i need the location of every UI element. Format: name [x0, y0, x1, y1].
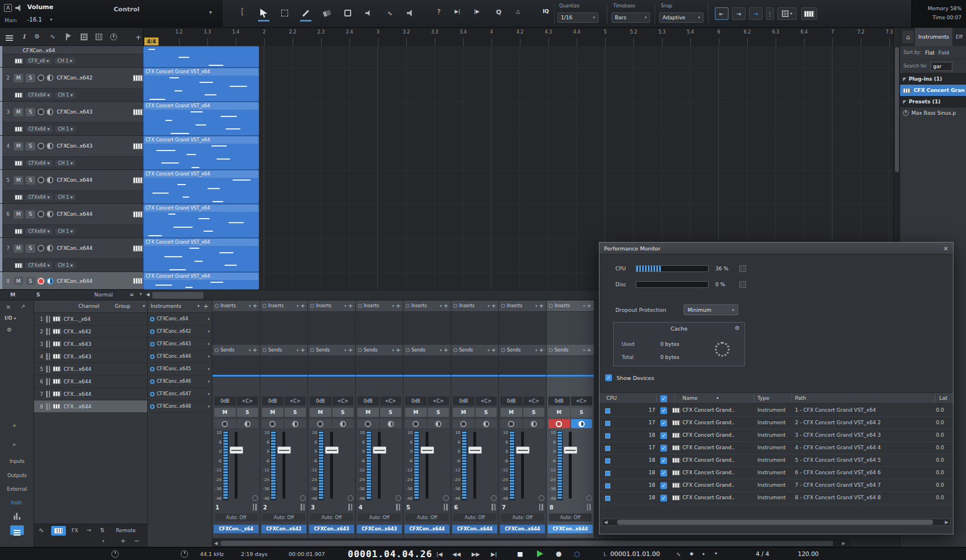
inspector-icon[interactable]: i [23, 33, 25, 40]
midi-clip[interactable]: CFX Concert Grand VST_x64 [143, 204, 259, 238]
inserts-slot[interactable] [499, 312, 546, 345]
channel-list-row[interactable]: 8CFX...x644 [34, 400, 147, 413]
ruler-tick-label[interactable]: 7.3 [883, 30, 893, 35]
add-insert-button[interactable]: + [301, 303, 305, 309]
column-header-path[interactable]: Path [795, 395, 806, 401]
return-to-start-button[interactable]: |◀ [436, 551, 443, 557]
fader-track[interactable] [282, 432, 285, 499]
monitor-button[interactable] [47, 143, 53, 149]
time-signature-tag[interactable]: 4/4 [144, 37, 159, 45]
loop-start-readout[interactable]: 00001.01.01.00 [610, 550, 660, 558]
mute-button[interactable]: M [453, 408, 474, 417]
midi-clip[interactable]: CFX Concert Grand VST_x64 [143, 102, 259, 136]
cue-icon[interactable] [443, 495, 449, 501]
instrument-rack-row[interactable]: CFXConc..x64▾ [148, 313, 212, 325]
channel-list-row[interactable]: 4CFX...x643 [34, 350, 147, 363]
chevron-down-icon[interactable]: ▾ [207, 367, 210, 371]
monitor-button[interactable] [47, 177, 53, 183]
listen-tool-button[interactable] [404, 6, 418, 20]
track-header[interactable]: 4MSCFXCon..x643CFXx64 ▾CH 1 ▾ [0, 136, 143, 170]
mixer-channel-strip[interactable]: Inserts▾+Sends▾+0dB<C>MS1060-6-12-24-36-… [547, 300, 594, 538]
ruler-tick-label[interactable]: 4 [485, 30, 498, 35]
control-link-label[interactable]: Control [114, 6, 139, 13]
go-to-end-button[interactable]: ▶| [491, 551, 497, 557]
power-icon[interactable] [263, 348, 267, 352]
quantize-select[interactable]: 1/16▾ [557, 12, 598, 23]
instruments-header-label[interactable]: Instruments [151, 303, 181, 309]
dot-icon[interactable]: ● [690, 551, 693, 556]
dropout-protection-select[interactable]: Minimum ▾ [684, 304, 738, 315]
fader-track[interactable] [378, 432, 381, 499]
chevron-down-icon[interactable]: ▾ [207, 379, 210, 384]
power-icon[interactable] [150, 342, 155, 346]
cue-icon[interactable] [252, 495, 258, 501]
device-table-row[interactable]: 18✓CFX Concert Grand..Instrument7 - CFX … [599, 479, 953, 492]
ruler-tick-label[interactable]: 1.4 [230, 30, 242, 35]
rail-item-external[interactable]: External [0, 486, 34, 492]
add-send-button[interactable]: + [348, 347, 353, 353]
monitor-button[interactable] [380, 419, 402, 428]
chevron-down-icon[interactable]: ▾ [535, 348, 538, 353]
chevron-down-icon[interactable]: ▾ [297, 348, 299, 353]
horizontal-scrollbar-thumb[interactable] [152, 292, 203, 299]
pan-value[interactable]: <C> [285, 396, 306, 406]
timeline-ruler[interactable]: 1.21.31.422.22.32.433.23.33.444.24.34.45… [143, 28, 893, 46]
home-icon[interactable]: ⌂ [902, 31, 914, 43]
inserts-header[interactable]: Inserts▾+ [213, 300, 260, 312]
instrument-assignment[interactable]: CFXx64 ▾ [26, 126, 52, 132]
scroll-left-arrow[interactable]: ◀ [146, 292, 149, 297]
arrow-tool-button[interactable] [257, 6, 270, 20]
mute-tool-button[interactable] [362, 6, 376, 20]
device-table-row[interactable]: 17✓CFX Concert Grand..Instrument1 - CFX … [599, 404, 953, 417]
remote-button[interactable]: Remote [116, 528, 136, 533]
ruler-tick-label[interactable]: 3.2 [400, 30, 413, 35]
midi-channel-select[interactable]: CH 1 ▾ [55, 262, 76, 269]
power-icon[interactable] [150, 404, 155, 409]
sends-header[interactable]: Sends▾+ [308, 345, 355, 356]
monitor-button[interactable] [237, 419, 259, 428]
instrument-icon[interactable] [15, 263, 23, 268]
ruler-tick-label[interactable]: 2.2 [286, 30, 299, 35]
record-button[interactable]: ● [556, 550, 561, 558]
record-arm-button[interactable] [262, 419, 284, 428]
power-icon[interactable] [150, 379, 155, 384]
power-icon[interactable] [150, 354, 155, 359]
fader-thumb[interactable] [564, 446, 577, 454]
fader-thumb[interactable] [230, 446, 243, 454]
device-enable-checkbox[interactable]: ✓ [660, 407, 667, 414]
levels-chart-icon[interactable] [14, 513, 20, 520]
ruler-tick-label[interactable]: 3.4 [457, 30, 469, 35]
automation-wave-icon[interactable]: ∿ [50, 33, 55, 40]
add-insert-button[interactable]: + [253, 303, 257, 309]
ruler-tick-label[interactable]: 2.3 [315, 30, 327, 35]
cue-icon[interactable] [300, 495, 306, 501]
main-time-display[interactable]: 00001.04.04.26 [348, 549, 432, 559]
scrollbar-thumb[interactable] [617, 520, 933, 525]
wave-icon[interactable]: ∿ [676, 551, 681, 557]
cue-icon[interactable] [348, 495, 353, 501]
instrument-rack-row[interactable]: CFXConc..x646▾ [148, 375, 212, 388]
cpu-stepper[interactable] [739, 265, 746, 272]
chevron-down-icon[interactable]: ▾ [207, 392, 210, 396]
fader-thumb[interactable] [420, 446, 434, 454]
menu-icon[interactable]: ≡ [130, 292, 134, 298]
track-list-menu-icon[interactable] [6, 35, 13, 36]
mixer-list-button[interactable] [10, 525, 24, 535]
solo-button[interactable]: S [26, 176, 35, 185]
mute-button[interactable]: M [405, 408, 427, 417]
midi-clip[interactable] [143, 46, 259, 68]
channel-name[interactable]: CFXCon..x644 [548, 525, 593, 533]
gain-value[interactable]: 0dB [214, 396, 236, 406]
channel-name[interactable]: CFXCon..x643 [309, 525, 354, 533]
channel-name[interactable]: CFXCon..x644 [405, 525, 449, 533]
scroll-left-arrow[interactable]: ◀ [604, 520, 607, 525]
chevron-down-icon[interactable]: ▾ [102, 539, 105, 544]
chevron-down-icon[interactable]: ▾ [583, 304, 585, 308]
inserts-header[interactable]: Inserts▾+ [308, 300, 355, 312]
record-arm-button[interactable] [453, 419, 474, 428]
column-header-type[interactable]: Type [757, 395, 769, 401]
mute-button[interactable]: M [14, 176, 23, 185]
channel-name[interactable]: CFXCon..x644 [500, 525, 545, 533]
midi-channel-select[interactable]: CH 1 ▾ [55, 126, 76, 132]
device-enable-checkbox[interactable]: ✓ [660, 482, 667, 489]
